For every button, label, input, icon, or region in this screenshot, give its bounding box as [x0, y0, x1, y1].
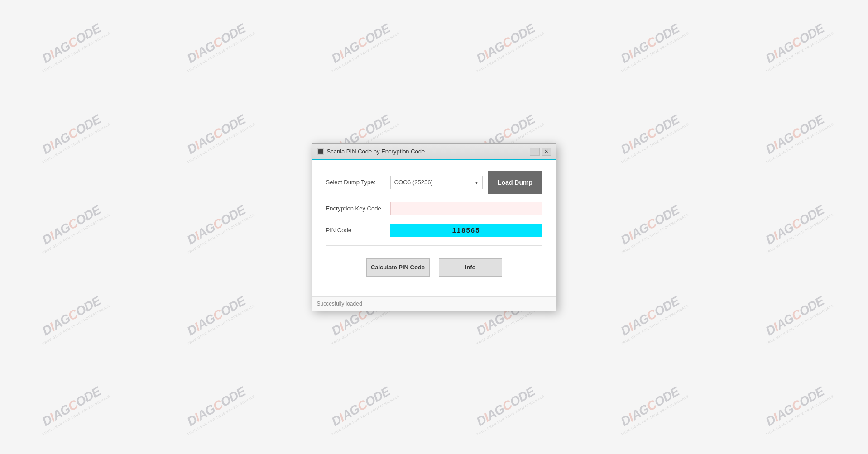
- status-text: Succesfully loaded: [317, 301, 362, 307]
- status-bar: Succesfully loaded: [312, 296, 556, 311]
- encryption-key-input[interactable]: [390, 202, 542, 215]
- title-bar: ⬛ Scania PIN Code by Encryption Code − ✕: [312, 144, 556, 160]
- dialog-title: Scania PIN Code by Encryption Code: [327, 148, 425, 155]
- calculate-pin-button[interactable]: Calculate PIN Code: [366, 258, 430, 277]
- dump-type-select[interactable]: COO6 (25256) COO3 (8192) COO4 (16384): [390, 176, 483, 189]
- button-row: Calculate PIN Code Info: [326, 258, 542, 277]
- app-icon: ⬛: [317, 148, 324, 155]
- pin-code-display: 118565: [390, 224, 542, 237]
- pin-code-row: PIN Code 118565: [326, 224, 542, 237]
- dialog-window: ⬛ Scania PIN Code by Encryption Code − ✕…: [312, 143, 556, 311]
- encryption-key-row: Encryption Key Code: [326, 202, 542, 215]
- dump-type-label: Select Dump Type:: [326, 179, 385, 186]
- pin-code-label: PIN Code: [326, 227, 385, 234]
- minimize-button[interactable]: −: [530, 148, 540, 156]
- load-dump-button[interactable]: Load Dump: [488, 171, 542, 194]
- dump-type-row: Select Dump Type: COO6 (25256) COO3 (819…: [326, 171, 542, 194]
- title-bar-controls: − ✕: [530, 148, 551, 156]
- dialog-overlay: ⬛ Scania PIN Code by Encryption Code − ✕…: [0, 0, 868, 454]
- title-bar-left: ⬛ Scania PIN Code by Encryption Code: [317, 148, 425, 155]
- close-button[interactable]: ✕: [542, 148, 551, 156]
- separator: [326, 245, 542, 246]
- encryption-key-label: Encryption Key Code: [326, 205, 385, 212]
- dialog-content: Select Dump Type: COO6 (25256) COO3 (819…: [312, 160, 556, 296]
- dump-type-select-wrapper: COO6 (25256) COO3 (8192) COO4 (16384) ▼: [390, 176, 483, 189]
- info-button[interactable]: Info: [439, 258, 502, 277]
